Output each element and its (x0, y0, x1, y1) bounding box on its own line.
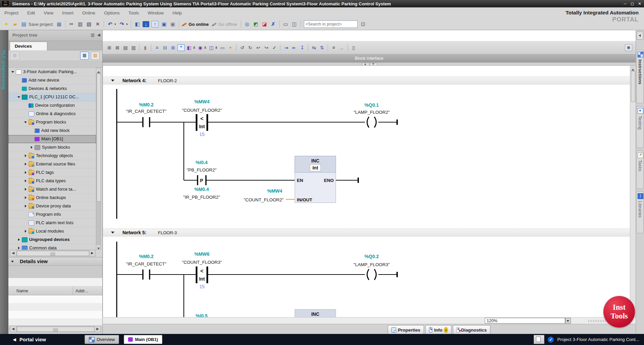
scrollbar-thumb[interactable] (17, 327, 95, 332)
tree-item-technology-objects[interactable]: Technology objects (8, 152, 96, 160)
editor-options-icon[interactable] (350, 44, 357, 51)
coil-lamp-floor2[interactable]: %Q0.1 "LAMP_FLOOR2" (354, 102, 390, 128)
absolute-symbolic-toggle-icon[interactable] (318, 44, 326, 51)
new-project-icon[interactable] (2, 20, 10, 28)
tree-item-main-ob1[interactable]: Main [OB1] (8, 135, 96, 143)
expander-icon[interactable] (24, 187, 28, 191)
zoom-dropdown-icon[interactable] (565, 318, 571, 324)
compare-contact-count-floor3[interactable]: %MW6 "COUNT_FLOOR3" < Int 15 (182, 251, 222, 289)
tree-item-add-new-block[interactable]: Add new block (8, 127, 96, 135)
zoom-level-select[interactable]: 120% (485, 318, 565, 324)
menu-options[interactable]: Options (100, 7, 124, 18)
goto-definition-icon[interactable] (299, 44, 306, 51)
cross-reference-icon[interactable] (269, 20, 277, 28)
tree-horizontal-scrollbar[interactable]: ◀ ▶ (10, 250, 96, 256)
portal-view-chevron-icon[interactable]: ◀ (13, 337, 16, 342)
favorites-star-icon[interactable] (227, 44, 234, 51)
splitter-up-icon[interactable] (362, 63, 369, 66)
insert-contact-icon[interactable] (208, 44, 215, 51)
compare-contact-count-floor2[interactable]: %MW4 "COUNT_FLOOR2" < Int 15 (182, 99, 222, 137)
free-form-comment-icon[interactable] (238, 44, 246, 51)
block-interface-bar[interactable]: Block interface (103, 54, 636, 62)
menu-tools[interactable]: Tools (124, 7, 144, 18)
edge-contact-pb-floor2[interactable]: P %I0.4 "PB_FLOOR2" %M0.4 "IR_PB_FLOOR2" (183, 160, 220, 200)
inc-inout-operand[interactable]: %MW4 "COUNT_FLOOR2" (244, 188, 295, 202)
close-icon[interactable]: ✕ (638, 1, 641, 6)
split-editor-horizontal-icon[interactable] (282, 20, 290, 28)
inc-block[interactable]: INC Int EN ENO IN/OUT (295, 156, 336, 203)
expander-icon[interactable] (24, 162, 28, 166)
splitter-down-icon[interactable] (370, 63, 377, 66)
open-project-icon[interactable] (11, 20, 19, 28)
menu-view[interactable]: View (39, 7, 58, 18)
tree-item-local-modules[interactable]: Local modules (8, 227, 96, 236)
goto-next-error-icon[interactable] (282, 44, 290, 51)
plc-programming-strip-label[interactable]: PLC programming (1, 50, 6, 90)
expander-icon[interactable] (24, 179, 28, 183)
redo-icon[interactable] (118, 20, 126, 28)
scroll-down-icon[interactable] (96, 244, 101, 249)
tree-item-ungrouped-devices[interactable]: Ungrouped devices (8, 236, 96, 244)
tab-info[interactable]: Info i (425, 325, 451, 334)
maximize-icon[interactable]: ◻ (631, 1, 634, 6)
tree-item-external-source-files[interactable]: External source files (8, 160, 96, 168)
redo-wiring-icon[interactable] (247, 44, 254, 51)
insert-row-icon[interactable] (122, 44, 129, 51)
maximize-editor-area-icon[interactable]: ▣ (625, 44, 632, 51)
favorites-toolbar-icon[interactable] (153, 44, 161, 51)
expander-icon[interactable] (24, 120, 28, 124)
collapse-network-icon[interactable] (111, 80, 114, 82)
go-offline-label[interactable]: Go offline (218, 22, 237, 27)
upload-from-device-icon[interactable] (151, 21, 159, 28)
tree-item-watch-force-tables[interactable]: Watch and force ta... (8, 185, 96, 194)
ladder-canvas[interactable]: Network 4: FLOOR-2 %M0.2 "IR_CAR_DETECT" (103, 66, 636, 317)
tree-item-online-diagnostics[interactable]: Online & diagnostics (8, 110, 96, 118)
contact-ir-car-detect[interactable]: %M0.2 "IR_CAR_DETECT" (126, 102, 167, 127)
paste-icon[interactable] (85, 20, 93, 28)
download-to-device-icon[interactable] (143, 21, 149, 27)
column-name[interactable]: Name (16, 288, 28, 293)
tree-item-devices-networks[interactable]: Devices & networks (8, 85, 96, 93)
go-offline-icon[interactable] (211, 21, 217, 27)
undo-icon[interactable] (106, 20, 114, 28)
tree-item-device-proxy-data[interactable]: Device proxy data (8, 202, 96, 210)
delete-network-icon[interactable] (114, 44, 121, 51)
goto-previous-error-icon[interactable] (290, 44, 298, 51)
scroll-right-icon[interactable]: ▶ (95, 326, 100, 332)
partial-edge-contact[interactable]: %I0.5 (196, 313, 208, 317)
call-environment-icon[interactable] (338, 44, 345, 51)
print-icon[interactable] (55, 20, 63, 28)
menu-window[interactable]: Window (143, 7, 168, 18)
tree-item-plc-tags[interactable]: PLC tags (8, 168, 96, 177)
tree-item-program-blocks[interactable]: Program blocks (8, 118, 96, 127)
auto-collapse-icon[interactable]: ▥ (91, 33, 94, 37)
insert-crossing-icon[interactable] (263, 44, 270, 51)
tab-diagnostics[interactable]: Diagnostics (453, 325, 490, 334)
scroll-right-icon[interactable]: ▶ (90, 250, 95, 256)
editor-vertical-scrollbar[interactable] (630, 66, 636, 317)
collapse-panel-icon[interactable]: ◀ (97, 33, 100, 37)
tab-instructions[interactable]: Instructions (636, 50, 644, 103)
start-cpu-icon[interactable] (160, 20, 168, 28)
scroll-up-icon[interactable] (96, 68, 101, 73)
delete-icon[interactable] (94, 20, 102, 28)
expand-networks-icon[interactable] (169, 44, 177, 51)
tree-item-system-blocks[interactable]: System blocks (8, 143, 96, 152)
undo-dropdown-icon[interactable]: ▾ (114, 22, 117, 26)
dropdown-plus-icon[interactable]: ± (193, 46, 196, 49)
tree-item-plc-data-types[interactable]: PLC data types (8, 177, 96, 185)
consistency-check-icon[interactable] (271, 44, 278, 51)
expander-icon[interactable] (17, 246, 21, 250)
refresh-view-icon[interactable]: ▧ (91, 52, 100, 60)
expander-icon[interactable] (11, 70, 15, 74)
go-online-label[interactable]: Go online (189, 22, 209, 27)
close-branch-icon[interactable] (255, 44, 262, 51)
start-simulation-icon[interactable] (252, 20, 260, 28)
tree-item-program-info[interactable]: Program info (8, 210, 96, 219)
tree-item-device-configuration[interactable]: Device configuration (8, 101, 96, 110)
reset-layout-icon[interactable] (142, 44, 149, 51)
scrollbar-thumb[interactable] (17, 251, 89, 256)
network-5-header[interactable]: Network 5: FLOOR-3 (103, 229, 636, 237)
scrollbar-thumb[interactable] (97, 73, 101, 202)
redo-dropdown-icon[interactable]: ▾ (126, 22, 129, 26)
